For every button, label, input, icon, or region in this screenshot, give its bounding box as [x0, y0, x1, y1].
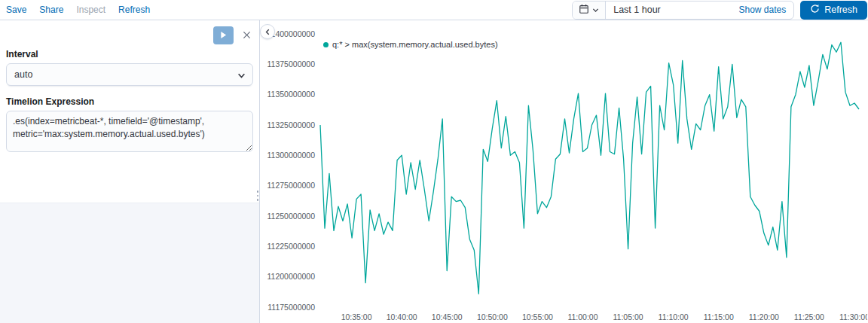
- timelion-editor-panel: Interval auto Timelion Expression .es(in…: [0, 20, 260, 323]
- svg-text:11:15:00: 11:15:00: [704, 312, 734, 321]
- svg-text:11200000000: 11200000000: [267, 272, 316, 281]
- svg-text:10:55:00: 10:55:00: [522, 312, 553, 321]
- svg-text:11:05:00: 11:05:00: [613, 312, 643, 321]
- refresh-icon: [810, 4, 820, 16]
- legend-label: q:* > max(system.memory.actual.used.byte…: [332, 40, 498, 49]
- timelion-expression-input[interactable]: .es(index=metricbeat-*, timefield='@time…: [6, 111, 253, 152]
- series-color-dot: [323, 42, 329, 47]
- interval-selected-value: auto: [14, 69, 32, 80]
- svg-text:10:40:00: 10:40:00: [387, 312, 417, 321]
- interval-select[interactable]: auto: [6, 63, 253, 86]
- app-menu-links: Save Share Inspect Refresh: [6, 5, 150, 15]
- save-link[interactable]: Save: [6, 5, 26, 15]
- show-dates-link[interactable]: Show dates: [739, 5, 794, 15]
- time-range-display[interactable]: Last 1 hour: [606, 5, 738, 15]
- collapse-panel-button[interactable]: [260, 24, 275, 39]
- timelion-chart[interactable]: 1140000000011375000000113500000001132500…: [260, 20, 867, 323]
- svg-text:11225000000: 11225000000: [267, 242, 316, 251]
- chevron-down-icon: [592, 5, 599, 16]
- svg-text:11:25:00: 11:25:00: [794, 312, 824, 321]
- chevron-left-icon: [264, 26, 271, 38]
- refresh-button[interactable]: Refresh: [800, 1, 867, 20]
- panel-resize-handle[interactable]: [255, 187, 260, 204]
- close-editor-button[interactable]: [240, 29, 253, 42]
- refresh-link[interactable]: Refresh: [118, 5, 150, 15]
- svg-text:11:30:00: 11:30:00: [839, 312, 867, 321]
- inspect-link[interactable]: Inspect: [76, 5, 105, 15]
- svg-text:11325000000: 11325000000: [267, 120, 316, 130]
- quick-select-menu-button[interactable]: [573, 2, 606, 19]
- svg-text:10:50:00: 10:50:00: [477, 312, 508, 321]
- run-expression-button[interactable]: [213, 26, 234, 44]
- svg-text:11250000000: 11250000000: [267, 212, 316, 221]
- svg-text:11275000000: 11275000000: [267, 181, 316, 190]
- svg-text:11350000000: 11350000000: [267, 90, 316, 99]
- chart-panel: q:* > max(system.memory.actual.used.byte…: [260, 20, 868, 323]
- svg-text:10:45:00: 10:45:00: [432, 312, 463, 321]
- interval-label: Interval: [6, 49, 253, 59]
- svg-text:11:10:00: 11:10:00: [659, 312, 689, 321]
- svg-text:11375000000: 11375000000: [267, 59, 316, 69]
- vertical-dots-icon: [257, 190, 259, 193]
- time-controls: Last 1 hour Show dates Refresh: [572, 0, 868, 20]
- date-picker-group: Last 1 hour Show dates: [572, 1, 794, 20]
- svg-text:11:20:00: 11:20:00: [749, 312, 779, 321]
- close-icon: [243, 30, 251, 41]
- share-link[interactable]: Share: [39, 5, 63, 15]
- top-navigation-bar: Save Share Inspect Refresh Last 1 ho: [0, 0, 868, 20]
- page-content: Interval auto Timelion Expression .es(in…: [0, 20, 868, 323]
- chart-legend[interactable]: q:* > max(system.memory.actual.used.byte…: [323, 40, 498, 49]
- svg-text:11175000000: 11175000000: [267, 303, 315, 312]
- svg-text:10:35:00: 10:35:00: [341, 312, 372, 321]
- svg-text:11:00:00: 11:00:00: [567, 312, 598, 321]
- expression-label: Timelion Expression: [6, 96, 253, 107]
- play-icon: [219, 30, 228, 41]
- editor-actions: [6, 26, 253, 44]
- expression-form: Interval auto Timelion Expression .es(in…: [0, 20, 259, 203]
- calendar-icon: [579, 4, 589, 17]
- svg-text:11300000000: 11300000000: [267, 151, 316, 160]
- chevron-down-icon: [237, 72, 246, 82]
